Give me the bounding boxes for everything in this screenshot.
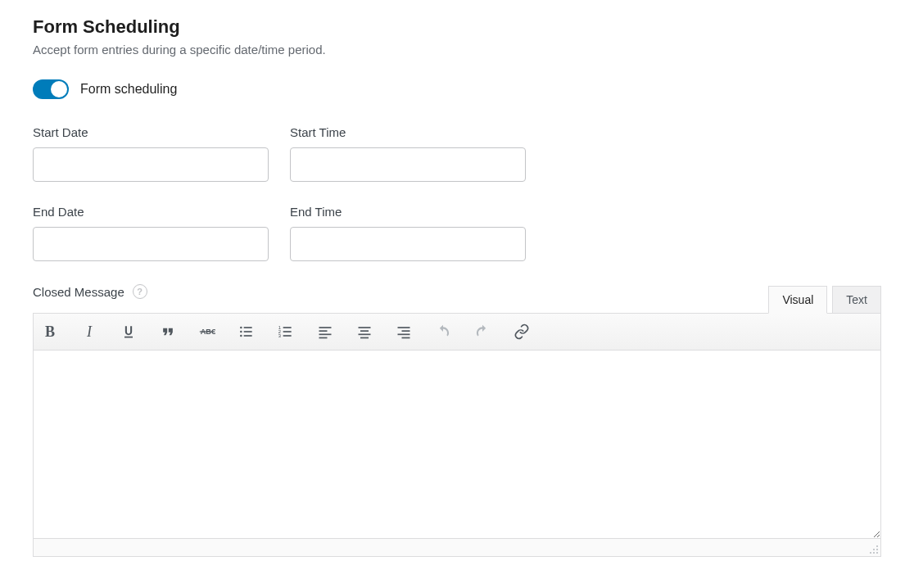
blockquote-button[interactable] [156,320,179,343]
strikethrough-icon: ABC [199,323,215,340]
undo-icon [435,323,451,340]
svg-rect-16 [319,334,332,336]
svg-point-27 [873,552,875,554]
svg-rect-22 [398,327,410,328]
end-date-input[interactable] [33,227,269,261]
editor-content-area[interactable] [33,351,881,539]
text-tab[interactable]: Text [832,286,881,313]
date-fields-row-2: End Date End Time [33,205,881,261]
svg-rect-17 [319,337,328,339]
list-ol-icon: 123 [278,323,294,340]
end-time-input[interactable] [290,227,526,261]
list-ul-icon [238,323,255,340]
svg-rect-7 [244,335,252,337]
svg-rect-24 [398,334,410,336]
svg-rect-25 [402,337,410,339]
undo-button[interactable] [432,320,455,343]
italic-icon: I [87,323,92,341]
end-date-field: End Date [33,205,269,261]
date-fields-row-1: Start Date Start Time [33,125,881,182]
svg-rect-12 [283,331,292,332]
start-time-label: Start Time [290,125,526,139]
editor-tabs: Visual Text [33,286,881,313]
bulleted-list-button[interactable] [235,320,258,343]
svg-rect-20 [359,334,371,336]
svg-point-2 [240,327,242,329]
rich-text-editor: Visual Text B I ABC 123 [33,286,881,557]
svg-rect-18 [359,327,371,328]
visual-tab[interactable]: Visual [768,286,827,314]
link-icon [514,323,530,340]
form-scheduling-toggle[interactable] [33,79,69,99]
svg-point-30 [873,549,875,550]
start-date-label: Start Date [33,125,269,139]
svg-rect-15 [319,330,328,332]
end-time-label: End Time [290,205,526,219]
svg-point-28 [876,549,878,550]
redo-button[interactable] [471,320,494,343]
bold-button[interactable]: B [38,320,61,343]
underline-icon [120,323,137,340]
svg-rect-13 [283,335,292,337]
svg-point-4 [240,335,242,337]
svg-point-3 [240,331,242,333]
start-time-input[interactable] [290,147,526,182]
underline-button[interactable] [117,320,140,343]
end-time-field: End Time [290,205,526,261]
editor-footer [33,539,881,557]
toggle-knob [51,81,67,97]
svg-rect-21 [360,337,369,339]
align-center-button[interactable] [353,320,376,343]
form-scheduling-toggle-row: Form scheduling [33,79,881,99]
editor-toolbar: B I ABC 123 [33,313,881,351]
svg-point-31 [876,545,878,547]
end-date-label: End Date [33,205,269,219]
svg-text:3: 3 [278,333,281,338]
page-title: Form Scheduling [33,16,881,38]
svg-rect-14 [319,327,332,328]
align-left-button[interactable] [314,320,337,343]
redo-icon [474,323,491,340]
align-right-button[interactable] [392,320,415,343]
link-button[interactable] [510,320,533,343]
svg-point-29 [870,552,871,554]
svg-rect-11 [283,327,292,328]
italic-button[interactable]: I [78,320,101,343]
align-right-icon [396,323,412,340]
svg-rect-23 [402,330,410,332]
page-description: Accept form entries during a specific da… [33,43,881,57]
svg-rect-19 [360,330,369,332]
strikethrough-button[interactable]: ABC [196,320,219,343]
numbered-list-button[interactable]: 123 [274,320,297,343]
align-left-icon [317,323,333,340]
start-date-input[interactable] [33,147,269,182]
svg-point-26 [876,552,878,554]
svg-rect-5 [244,327,252,328]
bold-icon: B [45,323,55,341]
start-date-field: Start Date [33,125,269,182]
start-time-field: Start Time [290,125,526,182]
svg-rect-6 [244,331,252,332]
quote-icon [160,323,176,340]
resize-grip-icon[interactable] [869,545,879,554]
align-center-icon [356,323,373,340]
form-scheduling-toggle-label: Form scheduling [80,82,177,97]
